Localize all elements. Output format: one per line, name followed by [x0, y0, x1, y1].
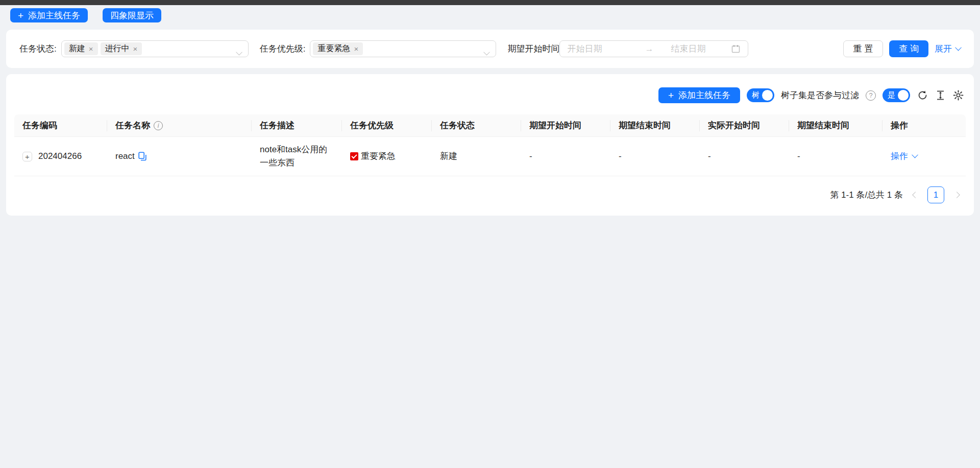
- tree-mode-switch[interactable]: 树: [747, 88, 774, 102]
- refresh-icon[interactable]: [917, 90, 928, 101]
- status-tag-label: 新建: [69, 43, 85, 54]
- priority-checkbox-icon: [350, 152, 358, 160]
- cell-expected-start: -: [521, 137, 610, 176]
- chevron-down-icon: [484, 48, 489, 58]
- task-status-value: 新建: [440, 151, 457, 161]
- chevron-down-icon: [237, 48, 241, 58]
- task-name-value: react: [115, 150, 135, 163]
- expected-start-time-label: 期望开始时间: [507, 43, 559, 55]
- add-main-task-label: 添加主线任务: [28, 10, 80, 21]
- yes-switch-label: 是: [888, 90, 895, 100]
- task-status-select[interactable]: 新建 × 进行中 ×: [61, 40, 249, 57]
- status-tag: 新建 ×: [64, 42, 98, 55]
- settings-gear-icon[interactable]: [952, 90, 964, 101]
- prev-page-button[interactable]: [910, 186, 920, 203]
- filter-actions: 重 置 查 询 展开: [843, 40, 961, 57]
- task-code-value: 202404266: [38, 150, 82, 163]
- col-header-task-status: 任务状态: [432, 114, 521, 137]
- table-toolbar: + 添加主线任务 树 树子集是否参与过滤 ? 是: [14, 87, 966, 103]
- task-priority-select[interactable]: 重要紧急 ×: [310, 40, 496, 57]
- expand-toggle-link[interactable]: 展开: [935, 43, 961, 55]
- quadrant-display-label: 四象限显示: [110, 10, 154, 21]
- col-header-actions: 操作: [883, 114, 966, 137]
- plus-icon: +: [18, 11, 23, 20]
- cell-task-priority: 重要紧急: [342, 137, 432, 176]
- end-date-input[interactable]: [671, 44, 731, 54]
- next-page-button[interactable]: [951, 186, 962, 203]
- actual-start-value: -: [708, 151, 711, 161]
- chevron-down-icon: [955, 44, 962, 51]
- add-main-task-button-table[interactable]: + 添加主线任务: [658, 87, 740, 103]
- task-description-value: note和task公用的一些东西: [260, 143, 334, 170]
- cell-task-status: 新建: [432, 137, 521, 176]
- cell-task-code: + 202404266: [14, 137, 107, 176]
- row-action-dropdown[interactable]: 操作: [891, 150, 917, 163]
- priority-tag-label: 重要紧急: [317, 43, 350, 54]
- cell-task-description: note和task公用的一些东西: [252, 137, 342, 176]
- chevron-down-icon: [912, 151, 918, 158]
- start-date-input[interactable]: [567, 44, 627, 54]
- table-row: + 202404266 react note和task公用的一些东西: [14, 137, 966, 176]
- window-top-strip: [0, 0, 980, 5]
- action-label: 操作: [891, 150, 908, 163]
- range-arrow-icon: →: [633, 44, 665, 54]
- expected-end-2-value: -: [797, 151, 800, 161]
- query-label: 查 询: [899, 43, 919, 55]
- reset-label: 重 置: [853, 43, 873, 55]
- reset-button[interactable]: 重 置: [843, 40, 884, 57]
- density-icon[interactable]: [935, 90, 946, 101]
- task-priority-value: 重要紧急: [361, 150, 396, 163]
- task-priority-label: 任务优先级:: [260, 43, 306, 55]
- status-tag-label: 进行中: [105, 43, 130, 54]
- col-header-expected-end: 期望结束时间: [610, 114, 700, 137]
- table-header-row: 任务编码 任务名称 i 任务描述 任务优先级 任务状态 期望开始时间 期望结束时…: [14, 114, 966, 137]
- tree-switch-label: 树: [752, 90, 760, 100]
- cell-expected-end: -: [610, 137, 700, 176]
- status-tag: 进行中 ×: [101, 42, 142, 55]
- add-main-task-button[interactable]: + 添加主线任务: [10, 8, 88, 22]
- tree-filter-label: 树子集是否参与过滤: [781, 89, 859, 101]
- tag-close-icon[interactable]: ×: [133, 45, 138, 53]
- copy-icon[interactable]: [138, 152, 146, 161]
- switch-knob: [762, 90, 773, 101]
- top-toolbar: + 添加主线任务 四象限显示: [0, 5, 980, 28]
- expected-start-value: -: [529, 151, 532, 161]
- quadrant-display-button[interactable]: 四象限显示: [103, 8, 161, 22]
- col-header-task-description: 任务描述: [252, 114, 342, 137]
- calendar-icon[interactable]: [731, 44, 741, 54]
- page-number-button[interactable]: 1: [927, 186, 944, 203]
- row-expand-button[interactable]: +: [22, 152, 32, 161]
- tag-close-icon[interactable]: ×: [354, 45, 358, 53]
- col-header-expected-start: 期望开始时间: [521, 114, 610, 137]
- add-main-task-label: 添加主线任务: [678, 89, 730, 101]
- question-circle-icon[interactable]: ?: [866, 90, 876, 101]
- pagination-summary: 第 1-1 条/总共 1 条: [830, 189, 903, 201]
- expected-end-value: -: [619, 151, 622, 161]
- pagination: 第 1-1 条/总共 1 条 1: [14, 176, 966, 210]
- priority-tag: 重要紧急 ×: [313, 42, 363, 55]
- cell-expected-end-2: -: [789, 137, 883, 176]
- switch-knob: [898, 90, 909, 101]
- col-header-actual-start: 实际开始时间: [700, 114, 789, 137]
- col-header-task-name: 任务名称 i: [107, 114, 252, 137]
- expected-start-time-range-picker[interactable]: →: [559, 40, 748, 57]
- query-button[interactable]: 查 询: [889, 40, 928, 57]
- col-header-task-priority: 任务优先级: [342, 114, 432, 137]
- cell-actual-start: -: [700, 137, 789, 176]
- expand-label: 展开: [935, 43, 952, 55]
- tag-close-icon[interactable]: ×: [89, 45, 93, 53]
- info-circle-icon[interactable]: i: [154, 121, 163, 130]
- task-table: 任务编码 任务名称 i 任务描述 任务优先级 任务状态 期望开始时间 期望结束时…: [14, 114, 966, 176]
- cell-task-name: react: [107, 137, 252, 176]
- cell-actions: 操作: [883, 137, 966, 176]
- yes-switch[interactable]: 是: [883, 88, 910, 102]
- plus-icon: +: [668, 90, 674, 100]
- col-header-task-code: 任务编码: [14, 114, 107, 137]
- filter-card: 任务状态: 新建 × 进行中 × 任务优先级: 重要紧急 × 期望开始时间 →: [6, 30, 974, 68]
- task-status-label: 任务状态:: [19, 43, 57, 55]
- task-table-card: + 添加主线任务 树 树子集是否参与过滤 ? 是: [6, 74, 974, 216]
- col-header-expected-end-2: 期望结束时间: [789, 114, 883, 137]
